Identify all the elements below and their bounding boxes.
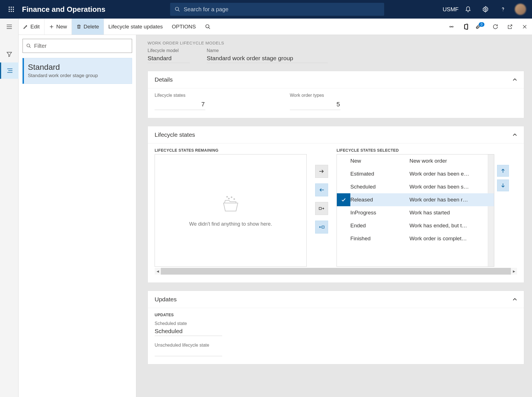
lifecycle-states-value[interactable]: 7 [155, 98, 205, 110]
lifecycle-updates-label: Lifecycle state updates [108, 24, 163, 30]
rail-list-icon[interactable] [0, 62, 19, 79]
svg-point-9 [175, 7, 179, 11]
lifecycle-state-updates-button[interactable]: Lifecycle state updates [104, 19, 167, 35]
svg-marker-26 [449, 26, 451, 28]
scheduled-state-label: Scheduled state [155, 321, 517, 326]
scrollbar-horizontal[interactable]: ◀ ▶ [155, 268, 517, 275]
updates-title: Updates [155, 296, 177, 303]
lifecycle-states-header[interactable]: Lifecycle states [148, 126, 524, 143]
svg-rect-39 [319, 207, 321, 210]
row-name: Ended [350, 223, 401, 229]
filter-box[interactable] [23, 39, 132, 53]
notifications-icon[interactable] [459, 6, 477, 12]
svg-point-36 [227, 196, 228, 197]
waffle-icon[interactable] [3, 6, 20, 12]
work-order-types-value[interactable]: 5 [290, 98, 340, 110]
name-field: Name Standard work order stage group [207, 48, 328, 63]
svg-rect-4 [11, 9, 12, 10]
lifecycle-model-value[interactable]: Standard [148, 55, 190, 63]
row-desc: Work order is complet… [409, 235, 487, 242]
svg-rect-28 [451, 26, 452, 27]
move-right-button[interactable] [315, 165, 328, 178]
svg-rect-41 [322, 226, 324, 228]
lifecycle-model-field: Lifecycle model Standard [148, 48, 190, 63]
move-all-right-button[interactable] [315, 202, 328, 215]
svg-point-34 [231, 197, 232, 198]
row-name: InProgress [350, 210, 401, 216]
remaining-listbox[interactable]: We didn't find anything to show here. [155, 154, 307, 267]
attachments-icon[interactable]: 0 [473, 19, 488, 35]
unscheduled-state-value[interactable] [155, 349, 222, 356]
svg-line-32 [30, 47, 31, 48]
new-button[interactable]: New [44, 19, 72, 35]
chevron-up-icon [513, 133, 517, 136]
hamburger-icon[interactable] [0, 19, 19, 35]
close-icon[interactable] [517, 19, 532, 35]
svg-rect-1 [11, 7, 12, 8]
edit-button[interactable]: Edit [19, 19, 44, 35]
details-title: Details [155, 76, 173, 83]
svg-rect-7 [11, 11, 12, 12]
plus-icon [49, 24, 54, 29]
remaining-label: LIFECYCLE STATES REMAINING [155, 148, 307, 152]
row-desc: Work order has been s… [409, 184, 487, 190]
scheduled-state-value[interactable]: Scheduled [155, 328, 222, 336]
row-desc: Work has ended, but t… [409, 223, 487, 229]
rail-filter-icon[interactable] [0, 46, 19, 62]
lifecycle-states-card: Lifecycle states LIFECYCLE STATES REMAIN… [148, 126, 524, 283]
table-row[interactable]: NewNew work order [337, 154, 494, 167]
popout-icon[interactable] [503, 19, 517, 35]
table-row[interactable]: ScheduledWork order has been s… [337, 180, 494, 193]
form-header: WORK ORDER LIFECYCLE MODELS Lifecycle mo… [148, 41, 524, 63]
updates-header[interactable]: Updates [148, 291, 524, 308]
row-desc: Work has started [409, 210, 487, 216]
table-row[interactable]: FinishedWork order is complet… [337, 232, 494, 245]
details-header[interactable]: Details [148, 71, 524, 88]
name-value[interactable]: Standard work order stage group [207, 55, 328, 63]
office-icon[interactable] [459, 19, 473, 35]
move-up-button[interactable] [497, 165, 509, 177]
table-row[interactable]: ReleasedWork order has been r… [337, 193, 494, 206]
page-search-icon[interactable] [201, 19, 215, 35]
svg-line-25 [208, 27, 210, 29]
personalize-icon[interactable] [444, 19, 459, 35]
list-item-title: Standard [28, 63, 128, 72]
svg-point-33 [228, 198, 229, 199]
name-label: Name [207, 48, 328, 53]
work-order-types-label: Work order types [290, 93, 340, 98]
global-search-input[interactable] [184, 6, 380, 13]
top-navbar: Finance and Operations USMF [0, 0, 532, 19]
chevron-up-icon [513, 78, 517, 81]
table-row[interactable]: InProgressWork has started [337, 206, 494, 219]
row-name: Estimated [350, 171, 401, 177]
options-button[interactable]: OPTIONS [167, 19, 201, 35]
scroll-right-arrow[interactable]: ▶ [511, 268, 517, 275]
global-search[interactable] [170, 3, 384, 16]
settings-gear-icon[interactable] [477, 6, 494, 13]
company-selector[interactable]: USMF [442, 6, 459, 13]
refresh-icon[interactable] [488, 19, 503, 35]
row-name: Released [350, 197, 401, 203]
main-form: WORK ORDER LIFECYCLE MODELS Lifecycle mo… [136, 35, 532, 397]
row-desc: Work order has been r… [409, 197, 487, 203]
scroll-left-arrow[interactable]: ◀ [155, 268, 161, 275]
filter-input[interactable] [34, 43, 128, 49]
move-buttons [315, 165, 328, 234]
selected-listbox[interactable]: NewNew work orderEstimatedWork order has… [337, 154, 494, 267]
table-row[interactable]: EstimatedWork order has been e… [337, 167, 494, 180]
row-desc: Work order has been e… [409, 171, 487, 177]
move-all-left-button[interactable] [315, 221, 328, 234]
delete-button[interactable]: Delete [72, 19, 104, 35]
table-row[interactable]: EndedWork has ended, but t… [337, 219, 494, 232]
work-order-types-metric: Work order types 5 [290, 93, 340, 110]
move-left-button[interactable] [315, 183, 328, 196]
list-item-standard[interactable]: Standard Standard work order stage group [23, 58, 132, 84]
unscheduled-state-field: Unscheduled lifecycle state [155, 343, 517, 356]
edit-label: Edit [30, 24, 40, 30]
user-avatar[interactable] [512, 4, 529, 15]
help-icon[interactable] [494, 6, 512, 12]
trash-icon [76, 24, 81, 29]
selected-label: LIFECYCLE STATES SELECTED [337, 148, 494, 152]
move-down-button[interactable] [497, 180, 509, 191]
row-name: New [350, 158, 401, 164]
